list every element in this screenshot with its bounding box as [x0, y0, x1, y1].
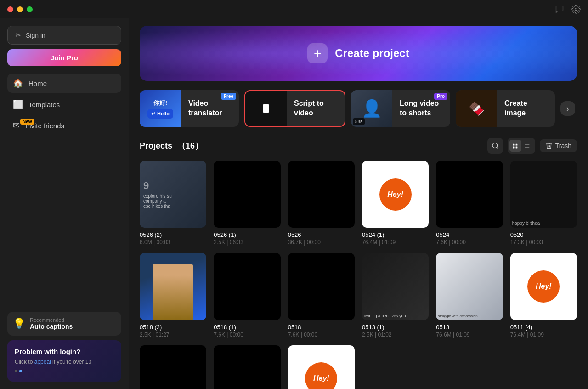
- project-name-p10: 0513 (1): [362, 324, 429, 331]
- sign-in-label: Sign in: [26, 32, 45, 39]
- project-name-p8: 0518 (1): [214, 324, 280, 331]
- project-card-p3[interactable]: 0526 36.7K | 00:00: [288, 161, 355, 246]
- vt-thumb-content: 你好! ↩ Hello: [140, 90, 181, 127]
- hero-content: + Create project: [307, 43, 409, 63]
- chat-icon[interactable]: [555, 5, 564, 14]
- project-thumb-p2: [214, 161, 280, 228]
- feature-card-script-to-video[interactable]: Script to video: [244, 90, 345, 127]
- project-meta-p5: 7.6K | 00:00: [436, 239, 503, 246]
- project-thumb-p7: [140, 253, 206, 320]
- project-thumb-p12: Hey!: [510, 253, 577, 320]
- hero-banner[interactable]: + Create project: [140, 26, 577, 81]
- problem-card[interactable]: Problem with login? Click to appeal if y…: [7, 340, 121, 382]
- long-video-badge: Pro: [434, 93, 447, 100]
- sidebar-item-home[interactable]: 🏠 Home: [7, 74, 121, 93]
- svg-rect-5: [516, 146, 518, 148]
- close-button[interactable]: [7, 6, 13, 12]
- title-bar: [0, 0, 588, 18]
- recommended-card[interactable]: 💡 Recommended Auto captions: [7, 312, 121, 336]
- feature-card-create-image[interactable]: 🍫 Create image: [456, 90, 555, 127]
- project-card-p4[interactable]: Hey! 0524 (1) 76.4M | 01:09: [362, 161, 429, 246]
- project-thumb-p8: [214, 253, 280, 320]
- p12-thumb-content: Hey!: [510, 253, 577, 320]
- vt-hello: ↩ Hello: [147, 109, 173, 119]
- project-name-p6: 0520: [510, 231, 577, 238]
- feature-card-long-video[interactable]: 👤 58s Long video to shorts Pro: [351, 90, 450, 127]
- p4-thumb-content: Hey!: [362, 161, 429, 228]
- project-name-p4: 0524 (1): [362, 231, 429, 238]
- list-icon: [524, 143, 530, 149]
- search-button[interactable]: [487, 138, 503, 154]
- join-pro-button[interactable]: Join Pro: [7, 49, 121, 66]
- sv-thumb-content: [245, 90, 287, 127]
- svg-rect-2: [513, 143, 515, 145]
- sign-in-icon: ✂: [15, 31, 21, 40]
- projects-grid: 9 explore his su company a ese hikes tha…: [140, 161, 577, 389]
- project-card-p1[interactable]: 9 explore his su company a ese hikes tha…: [140, 161, 206, 246]
- maximize-button[interactable]: [27, 6, 33, 12]
- hey-badge-p4: Hey!: [379, 178, 412, 211]
- project-thumb-p6: happy birthda: [510, 161, 577, 228]
- feature-cards-next[interactable]: ›: [560, 101, 575, 116]
- minimize-button[interactable]: [17, 6, 23, 12]
- svg-point-0: [575, 8, 577, 11]
- script-to-video-thumb: [245, 90, 287, 127]
- invite-icon: ✉: [13, 120, 20, 131]
- project-card-p6[interactable]: happy birthda 0520 17.3K | 00:03: [510, 161, 577, 246]
- home-icon: 🏠: [13, 78, 23, 88]
- vt-chinese: 你好!: [153, 99, 167, 107]
- project-card-p10[interactable]: owning a pet gives you 0513 (1) 2.5K | 0…: [362, 253, 429, 338]
- project-name-p12: 0511 (4): [510, 324, 577, 331]
- create-image-title: Create image: [504, 99, 548, 118]
- project-thumb-p3: [288, 161, 355, 228]
- video-translator-badge: Free: [221, 93, 236, 100]
- sidebar: ✂ Sign in Join Pro 🏠 Home ⬜ Templates ✉ …: [0, 18, 129, 389]
- project-meta-p4: 76.4M | 01:09: [362, 239, 429, 246]
- project-name-p3: 0526: [288, 231, 355, 238]
- project-card-p8[interactable]: 0518 (1) 7.6K | 00:00: [214, 253, 280, 338]
- search-icon: [492, 142, 499, 149]
- script-cursor: [263, 104, 269, 113]
- project-card-p12[interactable]: Hey! 0511 (4) 76.4M | 01:09: [510, 253, 577, 338]
- project-card-p14[interactable]: 0511 (2): [214, 345, 280, 389]
- feature-card-video-translator[interactable]: 你好! ↩ Hello Video translator Free: [140, 90, 239, 127]
- sidebar-nav-templates-label: Templates: [28, 101, 60, 109]
- settings-icon[interactable]: [571, 5, 581, 14]
- project-card-p5[interactable]: 0524 7.6K | 00:00: [436, 161, 503, 246]
- projects-count: （16）: [177, 141, 203, 150]
- project-card-p9[interactable]: 0518 7.6K | 00:00: [288, 253, 355, 338]
- appeal-link[interactable]: appeal: [34, 359, 51, 365]
- chevron-right-icon: ›: [566, 104, 569, 114]
- create-image-thumb: 🍫: [456, 90, 497, 127]
- project-card-p13[interactable]: 0511 (3): [140, 345, 206, 389]
- svg-rect-4: [513, 146, 515, 148]
- trash-label: Trash: [555, 142, 571, 149]
- project-meta-p10: 2.5K | 01:02: [362, 332, 429, 338]
- project-thumb-p4: Hey!: [362, 161, 429, 228]
- sidebar-item-templates[interactable]: ⬜ Templates: [7, 95, 121, 114]
- project-card-p15[interactable]: Hey! 0511 (1): [288, 345, 355, 389]
- project-name-p9: 0518: [288, 324, 355, 331]
- create-image-info: Create image: [497, 93, 555, 124]
- project-card-p2[interactable]: 0526 (1) 2.5K | 06:33: [214, 161, 280, 246]
- project-name-p11: 0513: [436, 324, 503, 331]
- ci-emoji: 🍫: [469, 101, 485, 116]
- lightbulb-icon: 💡: [13, 318, 25, 330]
- feature-cards: 你好! ↩ Hello Video translator Free: [140, 90, 577, 127]
- project-card-p11[interactable]: struggle with depression 0513 76.6M | 01…: [436, 253, 503, 338]
- project-thumb-p13: [140, 345, 206, 389]
- lv-person: 👤: [362, 99, 382, 118]
- project-meta-p8: 7.6K | 00:00: [214, 332, 280, 338]
- sign-in-button[interactable]: ✂ Sign in: [7, 26, 121, 45]
- grid-view-button[interactable]: [509, 140, 521, 152]
- title-bar-actions: [555, 5, 581, 14]
- recommended-label: Recommended: [30, 317, 73, 323]
- p11-thumb-content: struggle with depression: [436, 253, 503, 320]
- project-thumb-p11: struggle with depression: [436, 253, 503, 320]
- list-view-button[interactable]: [521, 140, 533, 152]
- sidebar-item-invite[interactable]: ✉ Invite friends New: [7, 116, 121, 135]
- project-card-p7[interactable]: 0518 (2) 2.5K | 01:27: [140, 253, 206, 338]
- trash-button[interactable]: Trash: [540, 139, 577, 152]
- project-meta-p2: 2.5K | 06:33: [214, 239, 280, 246]
- video-translator-title: Video translator: [188, 99, 232, 118]
